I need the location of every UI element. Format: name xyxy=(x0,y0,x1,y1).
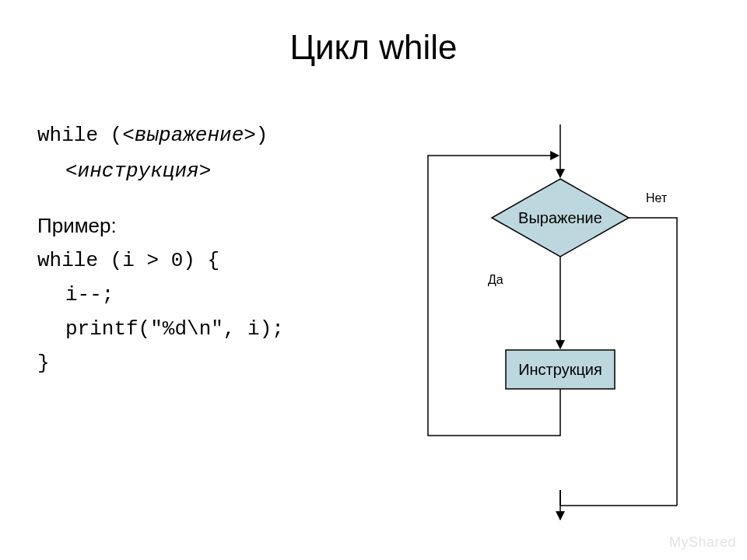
decision-label: Выражение xyxy=(518,209,602,226)
example-heading: Пример: xyxy=(37,208,284,243)
syntax-while-close: ) xyxy=(256,124,268,147)
watermark: MyShared xyxy=(669,534,736,551)
edge-no xyxy=(629,218,677,506)
syntax-line-2: <инструкция> xyxy=(37,152,284,188)
syntax-while-open: while ( xyxy=(37,124,122,147)
code-area: while (<выражение>) <инструкция> Пример:… xyxy=(37,117,284,380)
example-line-3: printf("%d\n", i); xyxy=(37,312,284,346)
page-title: Цикл while xyxy=(0,28,747,67)
syntax-line-1: while (<выражение>) xyxy=(37,117,284,152)
label-no: Нет xyxy=(646,191,668,205)
flowchart: Выражение Нет Да Инструкция xyxy=(405,124,731,521)
spacer xyxy=(37,188,284,208)
syntax-expression-placeholder: <выражение> xyxy=(122,124,256,147)
instruction-label: Инструкция xyxy=(518,361,602,378)
label-yes: Да xyxy=(488,273,503,286)
example-line-4: } xyxy=(37,346,284,380)
example-line-2: i--; xyxy=(37,278,284,312)
example-line-1: while (i > 0) { xyxy=(37,243,284,278)
syntax-instruction-placeholder: <инструкция> xyxy=(65,159,211,183)
